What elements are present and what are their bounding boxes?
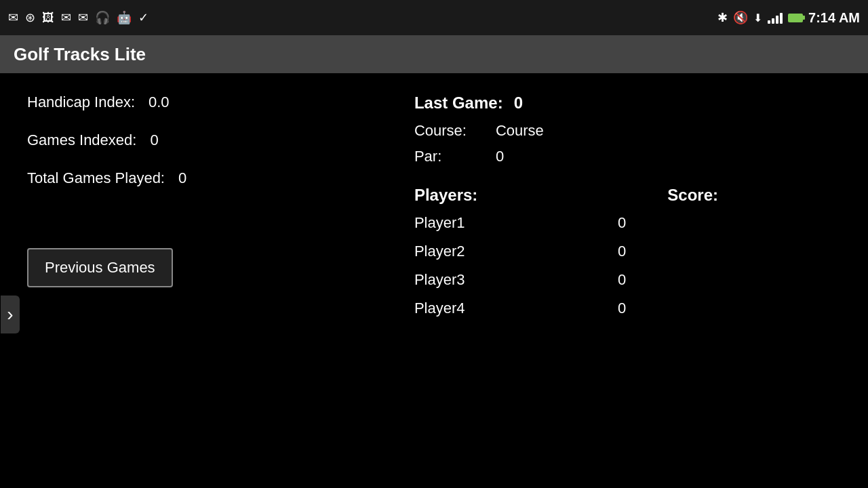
total-games-label: Total Games Played: xyxy=(27,169,165,187)
player-score: 0 xyxy=(618,300,626,317)
chevron-right-icon[interactable] xyxy=(1,296,20,333)
signal-strength-icon xyxy=(768,12,783,24)
bluetooth-icon: ✱ xyxy=(717,10,728,25)
status-time: 7:14 AM xyxy=(808,10,860,26)
total-games-value: 0 xyxy=(178,169,186,187)
games-indexed-value: 0 xyxy=(150,131,158,149)
title-bar: Golf Tracks Lite xyxy=(0,35,868,73)
right-column: Last Game: 0 Course: Course Par: 0 Playe… xyxy=(408,87,868,488)
email3-icon: ✉ xyxy=(78,10,88,25)
app-title: Golf Tracks Lite xyxy=(14,44,146,65)
course-label: Course: xyxy=(414,122,496,140)
players-header-row: Players: Score: xyxy=(414,186,854,205)
player-score: 0 xyxy=(618,243,626,260)
player-name: Player2 xyxy=(414,243,618,260)
player-name: Player3 xyxy=(414,271,618,289)
status-bar: ✉ ⊛ 🖼 ✉ ✉ 🎧 🤖 ✓ ✱ 🔇 ⬇ 7:14 AM xyxy=(0,0,868,35)
chevron-panel xyxy=(0,87,20,488)
player-name: Player1 xyxy=(414,214,618,232)
headphones-icon: 🎧 xyxy=(95,10,110,25)
last-game-label: Last Game: xyxy=(414,94,503,113)
player-score: 0 xyxy=(618,271,626,289)
left-column: Handicap Index: 0.0 Games Indexed: 0 Tot… xyxy=(20,87,408,488)
total-games-row: Total Games Played: 0 xyxy=(27,169,394,187)
games-indexed-label: Games Indexed: xyxy=(27,131,136,149)
par-value: 0 xyxy=(496,148,504,165)
player-row: Player10 xyxy=(414,214,854,232)
course-row: Course: Course xyxy=(414,122,854,140)
check-icon: ✓ xyxy=(138,10,149,25)
status-bar-right: ✱ 🔇 ⬇ 7:14 AM xyxy=(717,10,860,26)
previous-games-button[interactable]: Previous Games xyxy=(27,248,173,287)
player-row: Player30 xyxy=(414,271,854,289)
image-icon: 🖼 xyxy=(42,11,54,25)
player-row: Player20 xyxy=(414,243,854,260)
battery-icon xyxy=(788,14,803,22)
players-col-header: Players: xyxy=(414,186,477,205)
download-icon: ⬇ xyxy=(753,12,762,24)
wifi-alert-icon: ⊛ xyxy=(25,10,35,25)
last-game-value: 0 xyxy=(514,94,523,113)
android-icon: 🤖 xyxy=(117,10,132,25)
email-icon: ✉ xyxy=(8,10,18,25)
player-list: Player10Player20Player30Player40 xyxy=(414,214,854,317)
games-indexed-row: Games Indexed: 0 xyxy=(27,131,394,149)
status-bar-left: ✉ ⊛ 🖼 ✉ ✉ 🎧 🤖 ✓ xyxy=(8,10,149,25)
last-game-header: Last Game: 0 xyxy=(414,94,854,113)
course-value: Course xyxy=(496,122,544,140)
player-name: Player4 xyxy=(414,300,618,317)
handicap-value: 0.0 xyxy=(149,94,170,111)
handicap-row: Handicap Index: 0.0 xyxy=(27,94,394,111)
par-row: Par: 0 xyxy=(414,148,854,165)
main-content: Handicap Index: 0.0 Games Indexed: 0 Tot… xyxy=(0,73,868,488)
par-label: Par: xyxy=(414,148,496,165)
score-col-header: Score: xyxy=(667,186,718,205)
player-score: 0 xyxy=(618,214,626,232)
players-section: Players: Score: Player10Player20Player30… xyxy=(414,186,854,317)
handicap-label: Handicap Index: xyxy=(27,94,135,111)
email2-icon: ✉ xyxy=(61,10,71,25)
mute-icon: 🔇 xyxy=(733,10,748,25)
player-row: Player40 xyxy=(414,300,854,317)
